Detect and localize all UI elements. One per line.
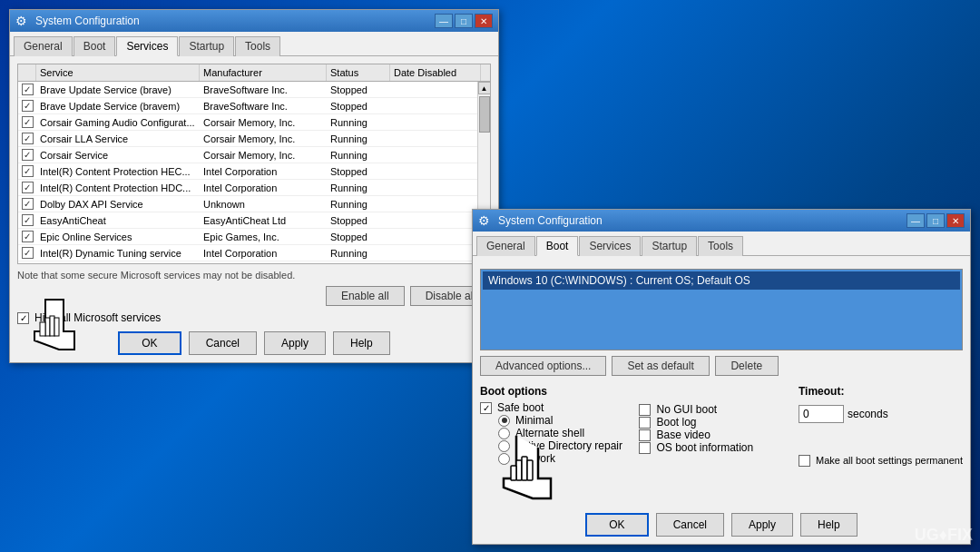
scroll-up[interactable]: ▲ [478,82,491,94]
tab-boot[interactable]: Boot [74,36,116,56]
table-row[interactable]: Brave Update Service (bravem) BraveSoftw… [18,98,477,114]
checkbox-3[interactable] [22,133,34,144]
row-checkbox-2[interactable] [18,114,36,130]
row-manufacturer-6: Intel Corporation [200,180,327,195]
make-perm-checkbox[interactable] [799,455,810,467]
checkbox-0[interactable] [22,84,34,95]
apply-button-boot[interactable]: Apply [731,513,793,537]
tab-boot-active[interactable]: Boot [536,236,579,256]
safe-boot-checkbox[interactable] [480,402,492,414]
note-text: Note that some secure Microsoft services… [17,270,491,281]
set-default-button[interactable]: Set as default [612,356,709,376]
minimal-radio[interactable] [498,415,510,427]
cancel-button-boot[interactable]: Cancel [656,513,724,537]
alternate-shell-row: Alternate shell [480,427,624,439]
base-video-checkbox[interactable] [639,429,651,441]
row-checkbox-6[interactable] [18,180,36,195]
safe-boot-row: Safe boot [480,401,624,414]
col-scroll-header [481,64,491,81]
tab-startup[interactable]: Startup [179,36,234,56]
table-row[interactable]: Corsair LLA Service Corsair Memory, Inc.… [18,131,477,147]
table-row[interactable]: Intel(R) Content Protection HDC... Intel… [18,180,477,196]
services-content: Service Manufacturer Status Date Disable… [10,56,498,362]
tab-bar-boot: General Boot Services Startup Tools [473,232,970,256]
watermark: UG♦FIX [915,526,973,545]
checkbox-10[interactable] [22,247,34,259]
boot-log-checkbox[interactable] [639,417,651,429]
checkbox-2[interactable] [22,116,34,128]
row-checkbox-7[interactable] [18,196,36,212]
alternate-shell-radio[interactable] [498,428,510,439]
tab-tools-boot[interactable]: Tools [698,236,743,256]
ok-button-boot[interactable]: OK [585,513,648,537]
checkbox-8[interactable] [22,214,34,226]
tab-startup-boot[interactable]: Startup [642,236,697,256]
tab-services[interactable]: Services [116,36,178,56]
checkbox-1[interactable] [22,100,34,112]
os-boot-checkbox[interactable] [639,442,651,454]
checkbox-5[interactable] [22,165,34,177]
boot-options-right: No GUI boot Boot log Base video OS boot … [639,385,783,467]
help-button-boot[interactable]: Help [800,513,858,537]
enable-all-button[interactable]: Enable all [326,286,405,306]
row-manufacturer-11: Fortemedia [200,261,327,263]
ad-repair-radio[interactable] [498,440,510,452]
base-video-row: Base video [639,429,783,441]
row-checkbox-8[interactable] [18,212,36,228]
table-row[interactable]: Epic Online Services Epic Games, Inc. St… [18,229,477,245]
tab-tools[interactable]: Tools [235,36,280,56]
table-body-wrapper: Brave Update Service (brave) BraveSoftwa… [18,82,490,263]
no-gui-row: No GUI boot [639,403,783,416]
table-row[interactable]: Corsair Gaming Audio Configurat... Corsa… [18,114,477,131]
table-row[interactable]: Corsair Service Corsair Memory, Inc. Run… [18,147,477,163]
table-row[interactable]: Brave Update Service (brave) BraveSoftwa… [18,82,477,98]
row-manufacturer-3: Corsair Memory, Inc. [200,131,327,146]
checkbox-9[interactable] [22,231,34,242]
checkbox-6[interactable] [22,182,34,193]
row-checkbox-10[interactable] [18,245,36,261]
row-checkbox-11[interactable] [18,261,36,263]
delete-button[interactable]: Delete [715,356,779,376]
checkbox-4[interactable] [22,149,34,161]
hide-ms-checkbox[interactable] [17,312,29,324]
network-radio[interactable] [498,453,510,465]
table-row[interactable]: Fortemedia APO Control Service Fortemedi… [18,261,477,263]
table-row[interactable]: Intel(R) Dynamic Tuning service Intel Co… [18,245,477,261]
cancel-button-services[interactable]: Cancel [189,331,257,355]
ok-button-services[interactable]: OK [118,331,181,355]
minimize-button-boot[interactable]: — [906,213,925,228]
table-row[interactable]: EasyAntiCheat EasyAntiCheat Ltd Stopped [18,212,477,229]
network-label: Network [515,452,555,465]
close-button-boot[interactable]: ✕ [946,213,965,228]
row-checkbox-9[interactable] [18,229,36,244]
row-checkbox-5[interactable] [18,163,36,179]
ad-repair-row: Active Directory repair [480,439,624,452]
scroll-thumb[interactable] [479,96,490,133]
maximize-button-boot[interactable]: □ [926,213,945,228]
row-checkbox-3[interactable] [18,131,36,146]
col-date: Date Disabled [390,64,481,81]
checkbox-7[interactable] [22,198,34,210]
tab-services-boot[interactable]: Services [579,236,641,256]
table-row[interactable]: Intel(R) Content Protection HEC... Intel… [18,163,477,180]
tab-general-boot[interactable]: General [476,236,535,256]
row-checkbox-0[interactable] [18,82,36,97]
no-gui-checkbox[interactable] [639,404,651,416]
minimize-button[interactable]: — [435,14,453,28]
tab-general[interactable]: General [14,36,73,56]
system-config-boot-window: ⚙ System Configuration — □ ✕ General Boo… [472,209,971,545]
close-button[interactable]: ✕ [475,14,493,28]
seconds-label: seconds [848,408,888,420]
table-header: Service Manufacturer Status Date Disable… [18,64,490,82]
row-checkbox-1[interactable] [18,98,36,113]
apply-button-services[interactable]: Apply [264,331,326,355]
table-row[interactable]: Dolby DAX API Service Unknown Running [18,196,477,212]
bottom-buttons-services: OK Cancel Apply Help [17,331,491,355]
boot-list-item[interactable]: Windows 10 (C:\WINDOWS) : Current OS; De… [483,271,960,290]
advanced-options-button[interactable]: Advanced options... [480,356,606,376]
maximize-button[interactable]: □ [455,14,473,28]
row-service-10: Intel(R) Dynamic Tuning service [36,245,200,261]
help-button-services[interactable]: Help [333,331,390,355]
row-checkbox-4[interactable] [18,147,36,163]
timeout-input[interactable] [799,405,844,423]
